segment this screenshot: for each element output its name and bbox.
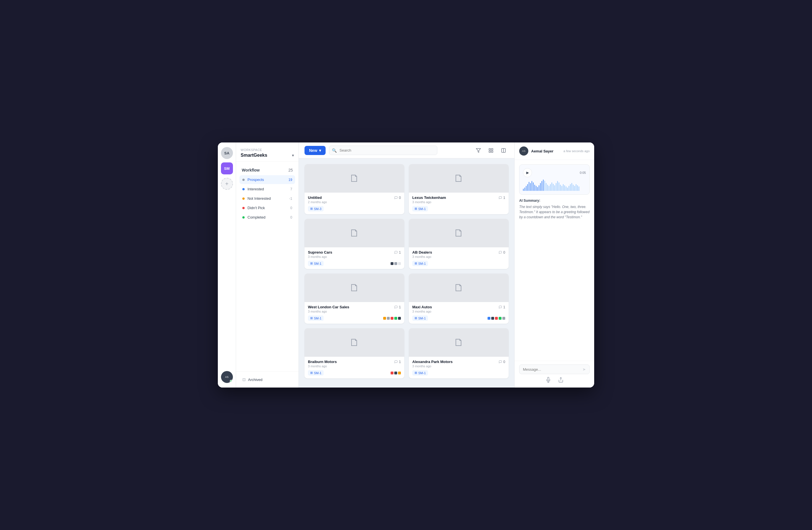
card-date: 3 months ago xyxy=(308,255,401,259)
color-dot xyxy=(394,371,397,374)
card-date: 3 months ago xyxy=(308,310,401,313)
card-tag: ⊞ SM-3 xyxy=(308,206,323,211)
prospects-dot xyxy=(242,179,245,181)
waveform-bar xyxy=(576,184,577,191)
audio-waveform xyxy=(523,179,586,191)
card-braiburn[interactable]: 🗋 Braiburn Motors 1 3 months ago xyxy=(304,328,404,379)
waveform-bar xyxy=(523,189,524,191)
waveform-bar xyxy=(528,182,530,191)
card-date: 2 months ago xyxy=(308,200,401,204)
filter-button[interactable] xyxy=(473,145,483,156)
interested-label: Interested xyxy=(247,187,290,191)
waveform-bar xyxy=(547,185,548,191)
waveform-bar xyxy=(571,183,572,191)
waveform-bar xyxy=(549,186,549,191)
toolbar-icons xyxy=(473,145,509,156)
top-bar: New ▾ 🔍 xyxy=(299,143,514,159)
send-icon[interactable]: ➤ xyxy=(582,367,586,371)
sidebar-item-didnt-pick[interactable]: Didn't Pick 0 xyxy=(240,204,295,212)
current-user-avatar[interactable]: AS xyxy=(221,371,233,383)
add-workspace-button[interactable]: + xyxy=(221,178,233,190)
card-title: Lexus Twickenham xyxy=(412,195,446,200)
card-title: West London Car Sales xyxy=(308,305,349,309)
card-alexandra[interactable]: 🗋 Alexandra Park Motors 0 3 months ago xyxy=(409,328,509,379)
sidebar-item-completed[interactable]: Completed 0 xyxy=(240,213,295,222)
card-tag: ⊞ SM-1 xyxy=(412,315,428,321)
completed-count: 0 xyxy=(290,216,292,219)
avatar-sa[interactable]: SA xyxy=(221,147,233,159)
color-dot xyxy=(398,371,401,374)
didnt-pick-label: Didn't Pick xyxy=(247,206,290,210)
card-west-london[interactable]: 🗋 West London Car Sales 1 3 months ago xyxy=(304,274,404,324)
avatar-sm[interactable]: SM xyxy=(221,162,233,174)
waveform-bar xyxy=(540,183,541,191)
document-icon: 🗋 xyxy=(349,337,360,349)
new-button[interactable]: New ▾ xyxy=(304,146,325,155)
message-input[interactable] xyxy=(523,367,580,371)
card-tag: ⊞ SM-1 xyxy=(308,370,323,376)
document-icon: 🗋 xyxy=(454,282,464,294)
waveform-bar xyxy=(551,182,552,191)
color-dot xyxy=(495,317,498,320)
card-thumbnail: 🗋 xyxy=(304,219,404,247)
card-ab-dealers[interactable]: 🗋 AB Dealers 0 3 months ago xyxy=(409,219,509,269)
chevron-down-icon[interactable]: ▾ xyxy=(292,153,294,158)
card-comment-count: 1 xyxy=(499,196,505,200)
chevron-down-icon: ▾ xyxy=(319,148,321,153)
interested-count: 7 xyxy=(290,187,292,191)
card-date: 3 months ago xyxy=(412,200,505,204)
sidebar-header: Workspace SmartGeeks ▾ xyxy=(236,143,299,162)
audio-duration: 0:05 xyxy=(580,171,586,174)
card-comment-count: 1 xyxy=(394,250,401,254)
waveform-bar xyxy=(526,186,526,191)
waveform-bar xyxy=(566,186,566,191)
card-tag: ⊞ SM-1 xyxy=(412,261,428,266)
prospects-count: 19 xyxy=(289,178,292,182)
search-bar: 🔍 xyxy=(329,146,437,155)
chat-user-name: Aemal Sayer xyxy=(531,149,553,153)
waveform-bar xyxy=(568,186,569,191)
completed-dot xyxy=(242,216,245,219)
card-comment-count: 1 xyxy=(394,360,401,364)
share-button[interactable] xyxy=(558,377,564,384)
sidebar-item-not-interested[interactable]: Not Interested -1 xyxy=(240,194,295,203)
color-dots xyxy=(391,262,401,265)
didnt-pick-count: 0 xyxy=(290,206,292,210)
color-dot xyxy=(391,371,393,374)
card-tag: ⊞ SM-1 xyxy=(412,370,428,376)
color-dot xyxy=(391,317,393,320)
card-tag: ⊞ SM-1 xyxy=(308,261,323,266)
card-comment-count: 0 xyxy=(394,196,401,200)
card-lexus[interactable]: 🗋 Lexus Twickenham 1 3 months ago xyxy=(409,164,509,214)
tag-icon: ⊞ xyxy=(310,262,313,265)
grid-view-button[interactable] xyxy=(486,145,496,156)
workflow-section: Workflow 25 Prospects 19 Interested 7 No… xyxy=(236,162,299,224)
cards-grid: 🗋 Untitled 0 2 months ago xyxy=(304,164,509,379)
color-dots xyxy=(488,317,505,320)
panel-view-button[interactable] xyxy=(498,145,509,156)
play-button[interactable]: ▶ xyxy=(523,168,532,177)
workspace-name-row: SmartGeeks ▾ xyxy=(241,153,294,158)
sidebar-item-prospects[interactable]: Prospects 19 xyxy=(240,175,295,184)
card-supreno[interactable]: 🗋 Supreno Cars 1 3 months ago xyxy=(304,219,404,269)
document-icon: 🗋 xyxy=(349,172,360,185)
search-input[interactable] xyxy=(329,146,437,155)
didnt-pick-dot xyxy=(242,207,245,209)
card-maxi-autos[interactable]: 🗋 Maxi Autos 1 3 months ago xyxy=(409,274,509,324)
waveform-bar xyxy=(530,183,531,191)
search-icon: 🔍 xyxy=(332,148,337,153)
waveform-bar xyxy=(543,179,544,191)
archived-label: Archived xyxy=(248,378,263,382)
workflow-label: Workflow xyxy=(242,168,260,172)
card-untitled[interactable]: 🗋 Untitled 0 2 months ago xyxy=(304,164,404,214)
ai-summary: AI Summary: The text simply says "Hello.… xyxy=(519,198,590,220)
waveform-bar xyxy=(541,181,542,191)
document-icon: 🗋 xyxy=(454,337,464,349)
sidebar-item-interested[interactable]: Interested 7 xyxy=(240,185,295,193)
microphone-button[interactable] xyxy=(546,377,551,384)
waveform-bar xyxy=(533,182,534,191)
card-thumbnail: 🗋 xyxy=(304,328,404,357)
waveform-bar xyxy=(534,185,535,191)
tag-icon: ⊞ xyxy=(415,207,417,210)
archived-item[interactable]: ⊡ Archived xyxy=(240,375,295,384)
